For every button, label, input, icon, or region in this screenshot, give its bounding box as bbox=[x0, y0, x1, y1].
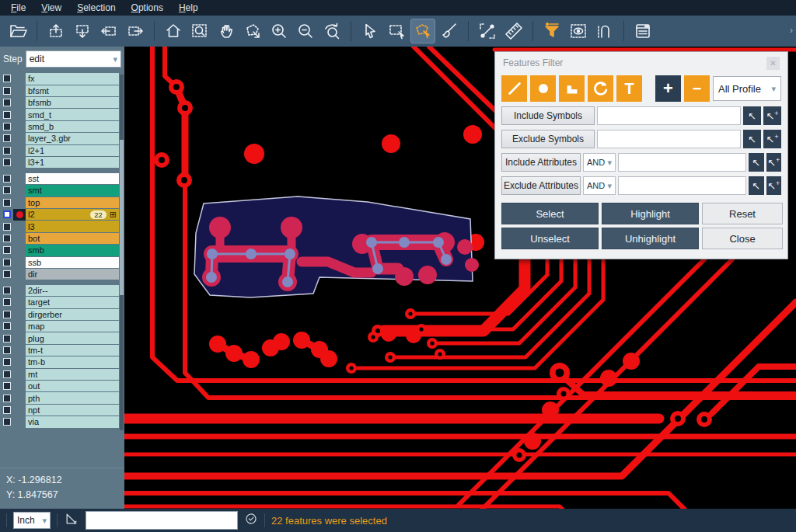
layer-name[interactable]: target bbox=[26, 297, 119, 308]
layer-row[interactable]: map bbox=[0, 321, 124, 332]
zoom-selection-button[interactable] bbox=[240, 19, 265, 43]
step-dropdown[interactable]: edit ▾ bbox=[26, 50, 121, 68]
features-filter-button[interactable] bbox=[539, 19, 564, 43]
layer-name[interactable]: l3+1 bbox=[26, 157, 119, 168]
units-dropdown[interactable]: Inch ▾ bbox=[13, 512, 51, 529]
include-attributes-input[interactable] bbox=[618, 153, 746, 172]
dialog-titlebar[interactable]: Features Filter ✕ bbox=[495, 52, 787, 74]
include-attributes-operator[interactable]: AND ▾ bbox=[583, 153, 616, 172]
layer-checkbox[interactable] bbox=[3, 186, 11, 194]
layer-checkbox[interactable] bbox=[3, 287, 11, 294]
pick-symbol-button[interactable]: ↖ bbox=[743, 106, 761, 125]
filter-text-button[interactable]: T bbox=[616, 75, 642, 102]
polygon-select-button[interactable] bbox=[410, 19, 435, 43]
pick-attribute-button[interactable]: ↖ bbox=[749, 176, 763, 195]
layer-row[interactable]: l2+1 bbox=[0, 144, 124, 156]
layer-name[interactable]: ssb bbox=[26, 257, 119, 268]
layer-name[interactable]: tm-t bbox=[26, 345, 119, 356]
menu-help[interactable]: Help bbox=[171, 1, 206, 15]
layer-checkbox[interactable] bbox=[3, 223, 11, 231]
exclude-attributes-input[interactable] bbox=[618, 176, 746, 195]
filter-negative-button[interactable]: − bbox=[684, 75, 710, 102]
snap-angle-button[interactable] bbox=[64, 511, 79, 530]
exclude-symbols-input[interactable] bbox=[597, 130, 741, 148]
layer-checkbox[interactable] bbox=[3, 158, 11, 166]
layer-checkbox[interactable] bbox=[3, 346, 11, 354]
layer-name[interactable]: fx bbox=[26, 73, 119, 84]
layer-name[interactable]: smb bbox=[26, 245, 119, 256]
layer-row[interactable]: via bbox=[0, 416, 124, 428]
filter-arc-button[interactable] bbox=[588, 75, 613, 102]
pick-symbol-button[interactable]: ↖ bbox=[743, 130, 761, 148]
layer-checkbox[interactable] bbox=[3, 75, 11, 82]
layer-checkbox[interactable] bbox=[3, 123, 11, 130]
pick-add-attribute-button[interactable]: ↖+ bbox=[766, 176, 781, 195]
layer-name[interactable]: 2dir-- bbox=[26, 285, 119, 296]
layer-name[interactable]: bfsmb bbox=[26, 97, 119, 108]
zoom-area-button[interactable] bbox=[187, 19, 212, 43]
unhighlight-button[interactable]: Unhighlight bbox=[602, 228, 699, 249]
layer-checkbox[interactable] bbox=[3, 246, 11, 254]
layer-row[interactable]: npt bbox=[0, 405, 124, 416]
view-options-button[interactable] bbox=[566, 19, 591, 43]
layer-name[interactable]: pth bbox=[26, 392, 119, 403]
layer-row[interactable]: bfsmb bbox=[0, 97, 124, 109]
layer-checkbox[interactable] bbox=[3, 322, 11, 330]
layer-name[interactable]: via bbox=[26, 416, 119, 427]
layer-checkbox[interactable] bbox=[3, 175, 11, 183]
pan-left-button[interactable] bbox=[96, 19, 121, 43]
layer-name[interactable]: layer_3.gbr bbox=[26, 133, 119, 144]
menu-file[interactable]: File bbox=[3, 1, 33, 15]
layer-name[interactable]: smd_b bbox=[26, 121, 119, 132]
layer-name[interactable]: l2+1 bbox=[26, 145, 119, 156]
layer-checkbox[interactable] bbox=[3, 134, 11, 142]
layer-row-selected[interactable]: l222⊞ bbox=[0, 209, 124, 221]
pan-right-button[interactable] bbox=[123, 19, 148, 43]
layer-name[interactable]: top bbox=[26, 197, 119, 208]
select-button[interactable]: Select bbox=[501, 203, 599, 224]
layer-row[interactable]: l3+1 bbox=[0, 157, 124, 169]
brush-tool-button[interactable] bbox=[437, 19, 462, 43]
layer-checkbox[interactable] bbox=[3, 87, 11, 95]
layer-list-scrollbar-thumb[interactable] bbox=[120, 140, 124, 295]
layer-checkbox[interactable] bbox=[3, 99, 11, 106]
include-attributes-button[interactable]: Include Attributes bbox=[501, 153, 581, 172]
include-symbols-button[interactable]: Include Symbols bbox=[501, 106, 595, 125]
filter-line-button[interactable] bbox=[501, 75, 527, 102]
layer-checkbox[interactable] bbox=[3, 418, 11, 426]
layer-checkbox[interactable] bbox=[3, 147, 11, 155]
layer-checkbox[interactable] bbox=[3, 395, 11, 402]
reset-button[interactable]: Reset bbox=[702, 203, 783, 224]
layer-checkbox[interactable] bbox=[3, 311, 11, 318]
layer-checkbox[interactable] bbox=[3, 199, 11, 207]
zoom-in-button[interactable] bbox=[267, 19, 292, 43]
select-tool-button[interactable] bbox=[358, 19, 382, 43]
filter-pad-button[interactable] bbox=[530, 75, 556, 102]
layer-row[interactable]: smb bbox=[0, 245, 124, 256]
layer-name[interactable]: smt bbox=[26, 185, 119, 196]
layer-row[interactable]: pth bbox=[0, 392, 124, 404]
layer-row[interactable]: bot bbox=[0, 233, 124, 245]
layer-row[interactable]: target bbox=[0, 297, 124, 308]
layer-checkbox[interactable] bbox=[3, 406, 11, 414]
zoom-previous-button[interactable] bbox=[319, 19, 344, 43]
zoom-home-button[interactable] bbox=[161, 19, 186, 43]
layer-name[interactable]: dirgerber bbox=[26, 309, 119, 320]
layer-name[interactable]: l222⊞ bbox=[26, 209, 119, 220]
table-icon[interactable]: ⊞ bbox=[110, 210, 117, 220]
pan-down-button[interactable] bbox=[70, 19, 95, 43]
layer-row[interactable]: layer_3.gbr bbox=[0, 133, 124, 144]
layer-name[interactable]: map bbox=[26, 321, 119, 332]
layer-name[interactable]: bfsmt bbox=[26, 85, 119, 96]
layer-row[interactable]: tm-b bbox=[0, 356, 124, 368]
unselect-button[interactable]: Unselect bbox=[501, 228, 599, 249]
exclude-attributes-button[interactable]: Exclude Attributes bbox=[501, 176, 581, 195]
layer-name[interactable]: plug bbox=[26, 332, 119, 343]
layer-row[interactable]: dir bbox=[0, 269, 124, 280]
layer-row[interactable]: l3 bbox=[0, 221, 124, 232]
layer-name[interactable]: tm-b bbox=[26, 356, 119, 367]
open-file-button[interactable] bbox=[5, 19, 30, 43]
exclude-attributes-operator[interactable]: AND ▾ bbox=[583, 176, 616, 195]
filter-surface-button[interactable] bbox=[559, 75, 585, 102]
pick-attribute-button[interactable]: ↖ bbox=[749, 153, 763, 172]
